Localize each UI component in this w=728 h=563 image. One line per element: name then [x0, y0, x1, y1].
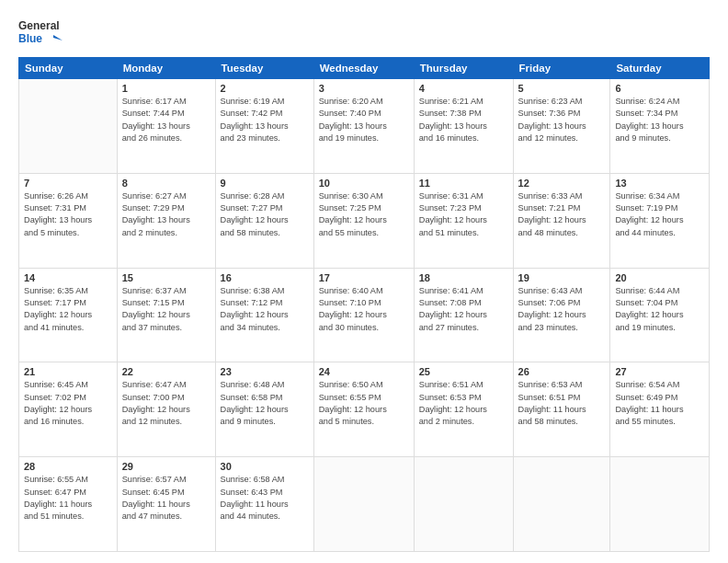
day-number: 12: [518, 178, 606, 189]
cell-text: Sunrise: 6:38 AM Sunset: 7:12 PM Dayligh…: [221, 285, 309, 334]
day-number: 20: [615, 272, 704, 283]
day-number: 9: [221, 178, 309, 189]
header: GeneralBlue: [18, 17, 710, 50]
calendar-cell: 21Sunrise: 6:45 AM Sunset: 7:02 PM Dayli…: [19, 362, 118, 457]
calendar-cell: 9Sunrise: 6:28 AM Sunset: 7:27 PM Daylig…: [215, 173, 313, 268]
calendar-cell: 1Sunrise: 6:17 AM Sunset: 7:44 PM Daylig…: [117, 79, 215, 174]
day-number: 21: [24, 366, 112, 377]
calendar-cell: 11Sunrise: 6:31 AM Sunset: 7:23 PM Dayli…: [414, 173, 513, 268]
calendar-cell: 25Sunrise: 6:51 AM Sunset: 6:53 PM Dayli…: [414, 362, 513, 457]
col-header-wednesday: Wednesday: [313, 58, 414, 79]
calendar-cell: 3Sunrise: 6:20 AM Sunset: 7:40 PM Daylig…: [313, 79, 414, 174]
calendar-cell: 13Sunrise: 6:34 AM Sunset: 7:19 PM Dayli…: [610, 173, 710, 268]
day-number: 29: [122, 461, 210, 472]
calendar-cell: [414, 457, 513, 552]
week-row-5: 28Sunrise: 6:55 AM Sunset: 6:47 PM Dayli…: [19, 457, 710, 552]
week-row-4: 21Sunrise: 6:45 AM Sunset: 7:02 PM Dayli…: [19, 362, 710, 457]
cell-text: Sunrise: 6:37 AM Sunset: 7:15 PM Dayligh…: [122, 285, 210, 334]
cell-text: Sunrise: 6:17 AM Sunset: 7:44 PM Dayligh…: [122, 96, 210, 144]
day-number: 7: [24, 178, 112, 189]
day-number: 10: [319, 178, 409, 189]
cell-text: Sunrise: 6:26 AM Sunset: 7:31 PM Dayligh…: [24, 190, 112, 239]
cell-text: Sunrise: 6:54 AM Sunset: 6:49 PM Dayligh…: [615, 379, 704, 428]
col-header-monday: Monday: [117, 58, 215, 79]
day-number: 3: [319, 83, 409, 94]
cell-text: Sunrise: 6:21 AM Sunset: 7:38 PM Dayligh…: [419, 96, 508, 144]
calendar-cell: 23Sunrise: 6:48 AM Sunset: 6:58 PM Dayli…: [215, 362, 313, 457]
day-number: 5: [518, 83, 606, 94]
calendar-cell: 15Sunrise: 6:37 AM Sunset: 7:15 PM Dayli…: [117, 268, 215, 362]
cell-text: Sunrise: 6:58 AM Sunset: 6:43 PM Dayligh…: [221, 474, 309, 523]
day-number: 26: [518, 366, 606, 377]
svg-marker-2: [53, 35, 63, 40]
cell-text: Sunrise: 6:23 AM Sunset: 7:36 PM Dayligh…: [518, 96, 606, 144]
calendar-cell: 18Sunrise: 6:41 AM Sunset: 7:08 PM Dayli…: [414, 268, 513, 362]
calendar-header-row: SundayMondayTuesdayWednesdayThursdayFrid…: [19, 58, 710, 79]
cell-text: Sunrise: 6:34 AM Sunset: 7:19 PM Dayligh…: [615, 190, 704, 239]
calendar-cell: 12Sunrise: 6:33 AM Sunset: 7:21 PM Dayli…: [513, 173, 610, 268]
day-number: 19: [518, 272, 606, 283]
cell-text: Sunrise: 6:41 AM Sunset: 7:08 PM Dayligh…: [419, 285, 508, 334]
col-header-friday: Friday: [513, 58, 610, 79]
calendar-table: SundayMondayTuesdayWednesdayThursdayFrid…: [18, 57, 710, 552]
calendar-cell: 4Sunrise: 6:21 AM Sunset: 7:38 PM Daylig…: [414, 79, 513, 174]
col-header-saturday: Saturday: [610, 58, 710, 79]
cell-text: Sunrise: 6:47 AM Sunset: 7:00 PM Dayligh…: [122, 379, 210, 428]
day-number: 27: [615, 366, 704, 377]
cell-text: Sunrise: 6:51 AM Sunset: 6:53 PM Dayligh…: [419, 379, 508, 428]
cell-text: Sunrise: 6:48 AM Sunset: 6:58 PM Dayligh…: [221, 379, 309, 428]
cell-text: Sunrise: 6:27 AM Sunset: 7:29 PM Dayligh…: [122, 190, 210, 239]
calendar-cell: 27Sunrise: 6:54 AM Sunset: 6:49 PM Dayli…: [610, 362, 710, 457]
day-number: 4: [419, 83, 508, 94]
day-number: 16: [221, 272, 309, 283]
col-header-thursday: Thursday: [414, 58, 513, 79]
day-number: 28: [24, 461, 112, 472]
day-number: 11: [419, 178, 508, 189]
col-header-sunday: Sunday: [19, 58, 118, 79]
calendar-cell: 22Sunrise: 6:47 AM Sunset: 7:00 PM Dayli…: [117, 362, 215, 457]
cell-text: Sunrise: 6:40 AM Sunset: 7:10 PM Dayligh…: [319, 285, 409, 334]
logo-svg: GeneralBlue: [18, 17, 66, 50]
cell-text: Sunrise: 6:20 AM Sunset: 7:40 PM Dayligh…: [319, 96, 409, 144]
cell-text: Sunrise: 6:33 AM Sunset: 7:21 PM Dayligh…: [518, 190, 606, 239]
day-number: 22: [122, 366, 210, 377]
cell-text: Sunrise: 6:24 AM Sunset: 7:34 PM Dayligh…: [615, 96, 704, 144]
day-number: 6: [615, 83, 704, 94]
calendar-cell: 8Sunrise: 6:27 AM Sunset: 7:29 PM Daylig…: [117, 173, 215, 268]
calendar-cell: 30Sunrise: 6:58 AM Sunset: 6:43 PM Dayli…: [215, 457, 313, 552]
calendar-cell: [313, 457, 414, 552]
calendar-cell: 6Sunrise: 6:24 AM Sunset: 7:34 PM Daylig…: [610, 79, 710, 174]
calendar-cell: 7Sunrise: 6:26 AM Sunset: 7:31 PM Daylig…: [19, 173, 118, 268]
calendar-cell: [19, 79, 118, 174]
day-number: 2: [221, 83, 309, 94]
calendar-cell: 19Sunrise: 6:43 AM Sunset: 7:06 PM Dayli…: [513, 268, 610, 362]
cell-text: Sunrise: 6:35 AM Sunset: 7:17 PM Dayligh…: [24, 285, 112, 334]
day-number: 23: [221, 366, 309, 377]
cell-text: Sunrise: 6:44 AM Sunset: 7:04 PM Dayligh…: [615, 285, 704, 334]
day-number: 8: [122, 178, 210, 189]
calendar-cell: [513, 457, 610, 552]
cell-text: Sunrise: 6:28 AM Sunset: 7:27 PM Dayligh…: [221, 190, 309, 239]
cell-text: Sunrise: 6:53 AM Sunset: 6:51 PM Dayligh…: [518, 379, 606, 428]
page: GeneralBlue SundayMondayTuesdayWednesday…: [0, 0, 728, 563]
calendar-cell: 2Sunrise: 6:19 AM Sunset: 7:42 PM Daylig…: [215, 79, 313, 174]
week-row-3: 14Sunrise: 6:35 AM Sunset: 7:17 PM Dayli…: [19, 268, 710, 362]
cell-text: Sunrise: 6:55 AM Sunset: 6:47 PM Dayligh…: [24, 474, 112, 523]
calendar-cell: 14Sunrise: 6:35 AM Sunset: 7:17 PM Dayli…: [19, 268, 118, 362]
day-number: 14: [24, 272, 112, 283]
day-number: 24: [319, 366, 409, 377]
logo: GeneralBlue: [18, 17, 66, 50]
svg-text:Blue: Blue: [18, 32, 42, 45]
calendar-cell: 26Sunrise: 6:53 AM Sunset: 6:51 PM Dayli…: [513, 362, 610, 457]
week-row-2: 7Sunrise: 6:26 AM Sunset: 7:31 PM Daylig…: [19, 173, 710, 268]
cell-text: Sunrise: 6:43 AM Sunset: 7:06 PM Dayligh…: [518, 285, 606, 334]
cell-text: Sunrise: 6:30 AM Sunset: 7:25 PM Dayligh…: [319, 190, 409, 239]
calendar-cell: 10Sunrise: 6:30 AM Sunset: 7:25 PM Dayli…: [313, 173, 414, 268]
day-number: 15: [122, 272, 210, 283]
calendar-cell: 5Sunrise: 6:23 AM Sunset: 7:36 PM Daylig…: [513, 79, 610, 174]
cell-text: Sunrise: 6:31 AM Sunset: 7:23 PM Dayligh…: [419, 190, 508, 239]
svg-text:General: General: [18, 19, 60, 32]
cell-text: Sunrise: 6:57 AM Sunset: 6:45 PM Dayligh…: [122, 474, 210, 523]
day-number: 13: [615, 178, 704, 189]
cell-text: Sunrise: 6:45 AM Sunset: 7:02 PM Dayligh…: [24, 379, 112, 428]
